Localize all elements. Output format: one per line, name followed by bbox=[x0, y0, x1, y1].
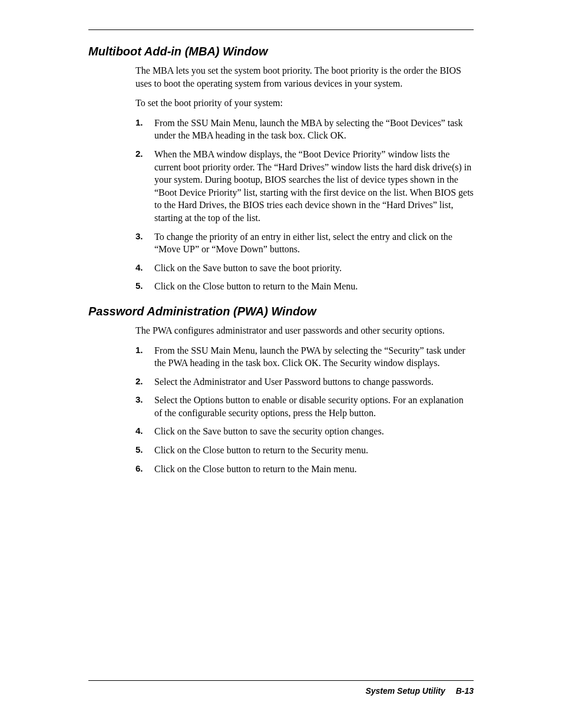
list-item: Click on the Save button to save the sec… bbox=[135, 425, 474, 438]
ordered-list-mba: From the SSU Main Menu, launch the MBA b… bbox=[135, 117, 474, 293]
list-item: Click on the Close button to return to t… bbox=[135, 444, 474, 457]
list-item: When the MBA window displays, the “Boot … bbox=[135, 148, 474, 225]
body-block-pwa: The PWA configures administrator and use… bbox=[88, 324, 474, 475]
list-item: From the SSU Main Menu, launch the PWA b… bbox=[135, 344, 474, 370]
section-heading-mba: Multiboot Add-in (MBA) Window bbox=[88, 45, 474, 58]
section-heading-pwa: Password Administration (PWA) Window bbox=[88, 305, 474, 318]
footer-title: System Setup Utility bbox=[365, 686, 445, 696]
list-item: From the SSU Main Menu, launch the MBA b… bbox=[135, 117, 474, 142]
list-item: Select the Administrator and User Passwo… bbox=[135, 375, 474, 388]
top-horizontal-rule bbox=[88, 29, 474, 30]
bottom-horizontal-rule bbox=[88, 680, 474, 681]
list-item: Click on the Close button to return to t… bbox=[135, 280, 474, 293]
list-item: Select the Options button to enable or d… bbox=[135, 394, 474, 419]
footer-page-number: B-13 bbox=[456, 686, 474, 696]
list-item: Click on the Save button to save the boo… bbox=[135, 262, 474, 275]
list-item: To change the priority of an entry in ei… bbox=[135, 230, 474, 256]
list-item: Click on the Close button to return to t… bbox=[135, 463, 474, 476]
paragraph-text: The PWA configures administrator and use… bbox=[135, 324, 474, 337]
body-block-mba: The MBA lets you set the system boot pri… bbox=[88, 64, 474, 293]
ordered-list-pwa: From the SSU Main Menu, launch the PWA b… bbox=[135, 344, 474, 476]
page-footer: System Setup Utility B-13 bbox=[365, 686, 474, 696]
paragraph-text: To set the boot priority of your system: bbox=[135, 97, 474, 110]
paragraph-text: The MBA lets you set the system boot pri… bbox=[135, 64, 474, 90]
page-content: Multiboot Add-in (MBA) Window The MBA le… bbox=[0, 29, 562, 475]
